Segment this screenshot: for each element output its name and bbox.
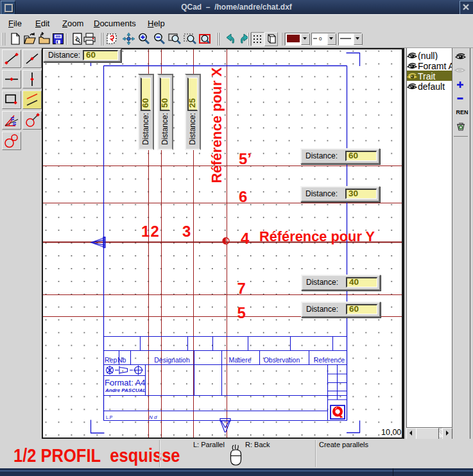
svg-text:4: 4 [241,230,250,247]
svg-text:Référence pour X: Référence pour X [209,67,225,183]
svg-text:Nb: Nb [117,356,126,364]
svg-text:2: 2 [151,223,159,240]
svg-text:N d: N d [149,414,157,420]
svg-text:6: 6 [239,188,247,205]
svg-text:3: 3 [182,223,191,240]
svg-text:Reference: Reference [314,356,345,364]
svg-text:5’: 5’ [239,150,252,167]
svg-text:Observation: Observation [264,356,300,364]
svg-text:Référence pour Y: Référence pour Y [259,228,375,244]
svg-text:5: 5 [237,304,246,321]
svg-text:1: 1 [141,223,150,240]
svg-text:Rep: Rep [105,356,117,364]
svg-text:0: 0 [319,36,322,42]
svg-text:10.00: 10.00 [381,428,401,437]
svg-text:Andre PASCUAL: Andre PASCUAL [105,387,146,393]
svg-text:Matiere: Matiere [228,356,251,364]
svg-text:L.P: L.P [106,415,113,420]
svg-text:Format: A4: Format: A4 [105,378,146,387]
svg-text:Designation: Designation [154,356,190,364]
svg-text:7: 7 [237,280,246,297]
